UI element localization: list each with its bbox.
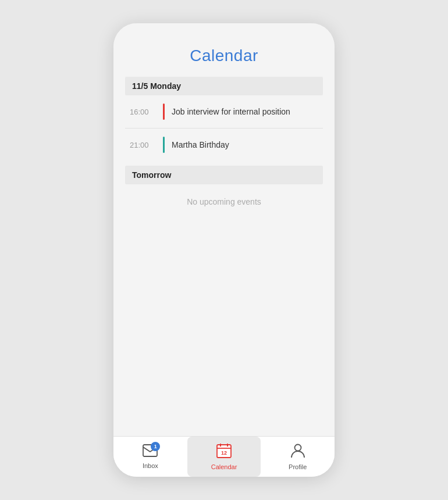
- inbox-icon: 1: [143, 444, 158, 460]
- day-header-monday: 11/5 Monday: [125, 77, 323, 95]
- event-title-interview: Job interview for internal position: [172, 107, 290, 116]
- svg-point-6: [294, 445, 301, 451]
- event-bar-teal: [163, 137, 165, 153]
- nav-label-calendar: Calendar: [211, 463, 237, 470]
- calendar-content: 11/5 Monday 16:00 Job interview for inte…: [113, 77, 335, 436]
- nav-label-inbox: Inbox: [143, 462, 158, 469]
- day-header-tomorrow: Tomorrow: [125, 166, 323, 184]
- calendar-icon: 12: [216, 443, 232, 462]
- event-title-birthday: Martha Birthday: [172, 140, 229, 149]
- day-section-tomorrow: Tomorrow No upcoming events: [125, 166, 323, 218]
- inbox-badge: 1: [151, 442, 160, 451]
- phone-container: Calendar 11/5 Monday 16:00 Job interview…: [113, 23, 335, 477]
- page-title: Calendar: [113, 23, 335, 77]
- screen: Calendar 11/5 Monday 16:00 Job interview…: [113, 23, 335, 477]
- svg-text:12: 12: [221, 450, 227, 456]
- divider: [125, 128, 323, 128]
- event-time-2100: 21:00: [130, 141, 156, 149]
- event-time-1600: 16:00: [130, 108, 156, 116]
- no-events-text: No upcoming events: [125, 185, 323, 218]
- event-row-birthday[interactable]: 21:00 Martha Birthday: [125, 130, 323, 160]
- day-section-monday: 11/5 Monday 16:00 Job interview for inte…: [125, 77, 323, 160]
- nav-item-inbox[interactable]: 1 Inbox: [113, 437, 187, 477]
- nav-item-profile[interactable]: Profile: [261, 437, 335, 477]
- nav-item-calendar[interactable]: 12 Calendar: [187, 437, 261, 477]
- profile-icon: [291, 443, 305, 462]
- event-row-interview[interactable]: 16:00 Job interview for internal positio…: [125, 97, 323, 127]
- bottom-nav: 1 Inbox 12 Calendar: [113, 436, 335, 477]
- event-bar-red: [163, 103, 165, 120]
- nav-label-profile: Profile: [289, 463, 307, 470]
